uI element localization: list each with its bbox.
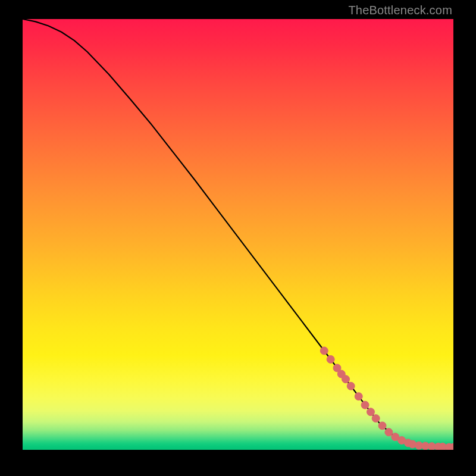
highlight-dot bbox=[347, 382, 355, 390]
highlight-dot bbox=[372, 415, 380, 422]
highlight-dot bbox=[367, 408, 374, 416]
chart-stage: TheBottleneck.com bbox=[0, 0, 476, 476]
watermark-text: TheBottleneck.com bbox=[348, 4, 452, 17]
highlight-dot bbox=[320, 347, 328, 355]
highlight-dots bbox=[320, 347, 453, 450]
highlight-dot bbox=[385, 428, 393, 436]
highlight-dot bbox=[355, 393, 362, 400]
highlight-dot bbox=[327, 355, 334, 363]
plot-area bbox=[23, 19, 453, 450]
highlight-dot bbox=[361, 401, 369, 409]
highlight-dot bbox=[378, 422, 386, 430]
curve-line bbox=[23, 19, 453, 447]
highlight-dot bbox=[342, 375, 350, 383]
chart-overlay bbox=[23, 19, 453, 450]
